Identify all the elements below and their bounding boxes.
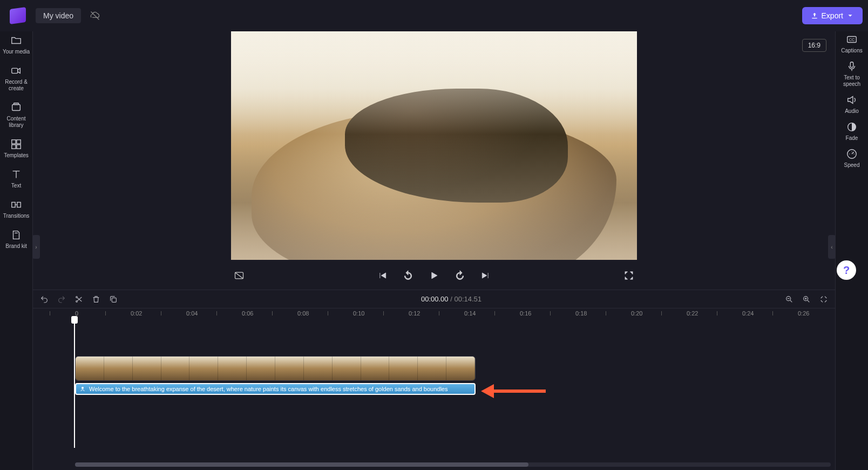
total-duration: 00:14.51 <box>454 295 482 303</box>
rewind-button[interactable] <box>402 270 414 281</box>
export-label: Export <box>822 11 843 20</box>
delete-button[interactable] <box>91 294 101 304</box>
svg-rect-6 <box>12 145 16 149</box>
ruler-tick: 0:20 <box>631 310 642 317</box>
safe-zone-toggle[interactable] <box>233 270 245 281</box>
templates-icon <box>10 138 22 150</box>
left-sidebar: Your media Record & create Content libra… <box>0 31 32 470</box>
play-button[interactable] <box>428 270 440 281</box>
playhead[interactable] <box>74 320 75 448</box>
project-name-chip[interactable]: My video <box>36 8 81 23</box>
sidebar-label: Speed <box>844 162 860 169</box>
svg-rect-1 <box>12 68 18 73</box>
sidebar-item-templates[interactable]: Templates <box>2 138 30 159</box>
sidebar-item-transitions[interactable]: Transitions <box>2 199 30 219</box>
audio-clip-text: Welcome to the breathtaking expanse of t… <box>89 386 447 392</box>
sidebar-label: Record & create <box>2 79 30 92</box>
fullscreen-button[interactable] <box>623 270 635 281</box>
redo-button[interactable] <box>57 294 66 304</box>
svg-rect-3 <box>13 103 18 105</box>
svg-rect-2 <box>12 105 21 111</box>
video-preview[interactable] <box>231 31 637 260</box>
svg-rect-14 <box>112 298 116 302</box>
svg-rect-5 <box>17 140 21 144</box>
timeline[interactable]: 00:020:040:060:080:100:120:140:160:180:2… <box>33 308 835 470</box>
sidebar-item-text-to-speech[interactable]: Text to speech <box>838 61 866 88</box>
duplicate-button[interactable] <box>109 294 118 304</box>
sidebar-item-speed[interactable]: Speed <box>838 148 866 169</box>
svg-rect-4 <box>12 140 16 144</box>
sidebar-item-audio[interactable]: Audio <box>838 94 866 115</box>
library-icon <box>10 102 22 113</box>
skip-back-button[interactable] <box>376 270 388 281</box>
export-button[interactable]: Export <box>802 7 863 24</box>
skip-forward-button[interactable] <box>480 270 492 281</box>
sidebar-label: Audio <box>845 108 859 115</box>
left-panel-toggle[interactable]: › <box>32 235 40 259</box>
forward-button[interactable] <box>454 270 466 281</box>
cc-icon: CC <box>846 33 858 45</box>
svg-rect-20 <box>850 62 853 68</box>
ruler-tick: 0:02 <box>131 310 142 317</box>
ruler-tick: 0:18 <box>575 310 587 317</box>
sidebar-item-brand-kit[interactable]: Brand kit <box>2 229 30 250</box>
svg-line-11 <box>235 272 243 279</box>
ruler-tick: 0:22 <box>687 310 698 317</box>
zoom-fit-button[interactable] <box>819 294 829 304</box>
svg-point-17 <box>82 387 84 389</box>
sidebar-item-fade[interactable]: Fade <box>838 121 866 142</box>
video-clip[interactable] <box>75 356 476 381</box>
ruler-tick: 0:10 <box>353 310 364 317</box>
transport-controls <box>231 264 637 287</box>
sidebar-label: Captions <box>841 48 862 54</box>
sidebar-label: Content library <box>2 116 30 129</box>
ruler-tick: 0:26 <box>798 310 809 317</box>
tts-audio-clip[interactable]: Welcome to the breathtaking expanse of t… <box>75 383 476 395</box>
ruler-tick: 0:14 <box>464 310 476 317</box>
text-icon <box>10 169 22 180</box>
split-button[interactable] <box>74 294 84 304</box>
transitions-icon <box>10 199 22 211</box>
undo-button[interactable] <box>39 294 49 304</box>
svg-rect-9 <box>17 202 21 207</box>
preview-area: 16:9 <box>33 31 835 290</box>
camera-icon <box>10 65 22 77</box>
timecode-display: 00:00.00 / 00:14.51 <box>421 295 482 303</box>
ruler-tick: 0:04 <box>186 310 198 317</box>
tracks-area[interactable]: Welcome to the breathtaking expanse of t… <box>33 320 835 448</box>
sidebar-label: Text <box>11 183 21 189</box>
sidebar-label: Text to speech <box>838 75 866 88</box>
svg-text:CC: CC <box>849 37 855 42</box>
sidebar-label: Transitions <box>3 213 30 219</box>
svg-line-0 <box>91 12 99 20</box>
current-time: 00:00.00 <box>421 295 449 303</box>
horizontal-scrollbar[interactable] <box>75 462 831 467</box>
sidebar-item-record-create[interactable]: Record & create <box>2 65 30 92</box>
gauge-icon <box>846 148 858 160</box>
svg-rect-7 <box>17 145 21 149</box>
right-panel-toggle[interactable]: ‹ <box>828 235 836 259</box>
sidebar-label: Brand kit <box>5 243 26 250</box>
aspect-ratio-selector[interactable]: 16:9 <box>802 39 826 52</box>
ruler-tick: 0:12 <box>409 310 420 317</box>
sidebar-item-text[interactable]: Text <box>2 169 30 189</box>
folder-icon <box>10 35 22 46</box>
zoom-in-button[interactable] <box>802 294 811 304</box>
ruler-tick: 0:24 <box>742 310 754 317</box>
sidebar-item-captions[interactable]: CC Captions <box>838 33 866 54</box>
sidebar-item-your-media[interactable]: Your media <box>2 35 30 55</box>
sidebar-label: Templates <box>4 152 29 159</box>
tts-icon <box>846 61 858 72</box>
tts-icon <box>79 386 86 392</box>
ruler-tick: 0:16 <box>520 310 531 317</box>
sidebar-item-content-library[interactable]: Content library <box>2 102 30 129</box>
app-logo[interactable] <box>10 7 26 24</box>
zoom-out-button[interactable] <box>784 294 794 304</box>
time-ruler[interactable]: 00:020:040:060:080:100:120:140:160:180:2… <box>33 308 835 320</box>
svg-rect-8 <box>12 202 15 207</box>
sidebar-label: Your media <box>3 49 30 55</box>
upload-icon <box>811 12 818 19</box>
sidebar-label: Fade <box>846 135 858 142</box>
help-button[interactable]: ? <box>837 260 856 280</box>
svg-point-13 <box>76 300 78 302</box>
